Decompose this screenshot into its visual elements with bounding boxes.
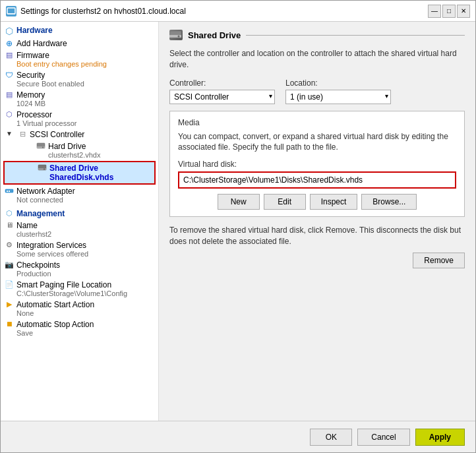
location-select[interactable]: 1 (in use) [285,90,391,104]
ok-button[interactable]: OK [310,429,352,446]
name-label: Name [16,221,156,230]
sidebar-item-firmware[interactable]: ▤ Firmware Boot entry changes pending [1,49,158,69]
hard-drive-sub: clusterhst2.vhdx [48,151,156,159]
security-sub: Secure Boot enabled [16,80,156,88]
smart-paging-sub: C:\ClusterStorage\Volume1\Config [16,289,156,297]
new-button[interactable]: New [218,194,260,210]
close-button[interactable]: ✕ [457,5,470,18]
scsi-controller-icon: ⊟ [16,130,28,138]
auto-stop-label: Automatic Stop Action [16,320,156,329]
controller-label: Controller: [169,78,275,88]
svg-point-8 [44,169,45,170]
panel-title-line [246,35,465,36]
remove-button[interactable]: Remove [413,253,465,268]
cancel-button[interactable]: Cancel [357,429,409,446]
svg-point-14 [178,36,180,38]
firmware-label: Firmware [16,51,156,60]
vhd-input[interactable] [179,173,455,187]
hardware-section-icon: ⬡ [3,26,15,36]
memory-sub: 1024 MB [16,100,156,107]
window-icon [6,6,16,16]
sidebar-item-network-adapter[interactable]: Network Adapter Not connected [1,185,158,205]
remove-row: Remove [169,253,465,268]
svg-rect-11 [9,191,10,192]
minimize-button[interactable]: — [428,5,441,18]
memory-icon: ▤ [3,90,15,99]
vhd-buttons: New Edit Inspect Browse... [178,194,456,210]
sidebar-item-auto-start[interactable]: ▶ Automatic Start Action None [1,299,158,318]
integration-services-icon: ⚙ [3,241,15,249]
management-section-icon: ⬡ [3,209,15,218]
controller-select[interactable]: SCSI Controller [169,90,275,104]
smart-paging-label: Smart Paging File Location [16,280,156,289]
name-sub: clusterhst2 [16,230,156,238]
scsi-controller-label: SCSI Controller [30,130,156,139]
browse-button[interactable]: Browse... [361,194,417,210]
svg-point-5 [42,147,44,148]
sidebar-section-management: ⬡ Management [1,208,158,220]
auto-start-icon: ▶ [3,300,15,309]
maximize-button[interactable]: □ [442,5,456,18]
sidebar-item-auto-stop[interactable]: ⏹ Automatic Stop Action Save [1,318,158,338]
name-icon: 🖥 [3,221,15,229]
memory-label: Memory [16,90,156,100]
checkpoints-label: Checkpoints [16,260,156,270]
sidebar-item-security[interactable]: 🛡 Security Secure Boot enabled [1,69,158,89]
panel-description: Select the controller and location on th… [169,48,465,71]
sidebar-item-hard-drive[interactable]: Hard Drive clusterhst2.vhdx [1,140,158,160]
smart-paging-icon: 📄 [3,280,15,289]
vhd-input-row [178,171,456,189]
integration-services-sub: Some services offered [16,250,156,258]
firmware-sub: Boot entry changes pending [16,60,156,68]
sidebar-item-smart-paging[interactable]: 📄 Smart Paging File Location C:\ClusterS… [1,279,158,299]
hard-drive-icon [35,142,47,150]
bottom-bar: OK Cancel Apply [1,421,475,452]
checkpoints-icon: 📷 [3,260,15,269]
controller-select-wrapper: SCSI Controller [169,90,275,104]
sidebar-item-processor[interactable]: ⬡ Processor 1 Virtual processor [1,109,158,129]
add-hardware-icon: ⊕ [3,39,15,48]
network-adapter-label: Network Adapter [16,187,156,196]
hard-drive-label: Hard Drive [48,142,156,151]
sidebar-item-memory[interactable]: ▤ Memory 1024 MB [1,89,158,109]
svg-rect-1 [9,9,11,12]
sidebar-item-add-hardware[interactable]: ⊕ Add Hardware [1,38,158,49]
sidebar-item-name[interactable]: 🖥 Name clusterhst2 [1,220,158,239]
panel-title-text: Shared Drive [188,30,241,40]
shared-drive-icon [36,164,48,171]
location-label: Location: [285,78,391,88]
sidebar-item-checkpoints[interactable]: 📷 Checkpoints Production [1,259,158,279]
shared-drive-sub: SharedDisk.vhds [49,173,152,182]
sidebar-item-shared-drive[interactable]: Shared Drive SharedDisk.vhds [5,162,154,183]
media-description: You can compact, convert, or expand a sh… [178,131,456,154]
management-section-label: Management [16,209,156,218]
location-select-wrapper: 1 (in use) [285,90,391,104]
processor-sub: 1 Virtual processor [16,119,156,127]
content-area: ⬡ Hardware ⊕ Add Hardware ▤ Firmware Boo… [1,22,475,421]
window-controls: — □ ✕ [428,5,470,18]
security-icon: 🛡 [3,71,15,80]
auto-stop-icon: ⏹ [3,320,15,328]
sidebar-item-integration-services[interactable]: ⚙ Integration Services Some services off… [1,239,158,259]
panel-title-icon [169,30,183,40]
network-adapter-sub: Not connected [16,196,156,204]
apply-button[interactable]: Apply [415,429,465,446]
integration-services-label: Integration Services [16,241,156,250]
controller-location-row: Controller: SCSI Controller Location: 1 … [169,78,465,104]
processor-label: Processor [16,110,156,119]
inspect-button[interactable]: Inspect [310,194,358,210]
panel-title-row: Shared Drive [169,30,465,40]
shared-drive-selected-box: Shared Drive SharedDisk.vhds [3,161,156,185]
controller-group: Controller: SCSI Controller [169,78,275,104]
scsi-expand-icon: ▼ [3,130,15,137]
sidebar-item-scsi-controller[interactable]: ▼ ⊟ SCSI Controller [1,129,158,140]
auto-start-sub: None [16,309,156,317]
edit-button[interactable]: Edit [264,194,306,210]
hardware-section-label: Hardware [16,26,156,35]
media-section: Media You can compact, convert, or expan… [169,111,465,218]
auto-start-label: Automatic Start Action [16,300,156,309]
checkpoints-sub: Production [16,270,156,278]
network-adapter-icon [3,187,15,195]
shared-drive-label: Shared Drive [49,164,152,173]
processor-icon: ⬡ [3,110,15,119]
